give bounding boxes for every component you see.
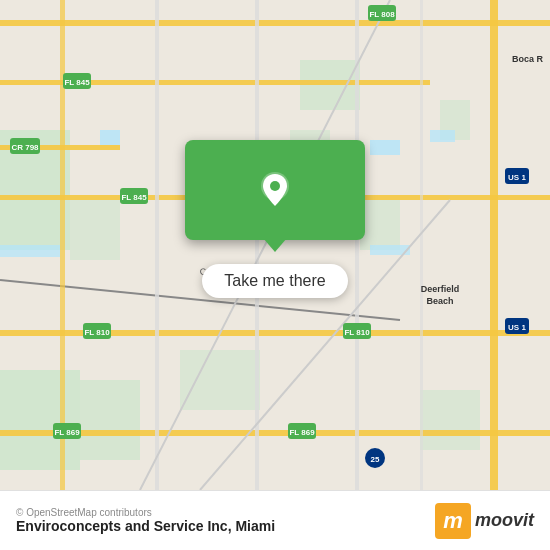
- svg-text:FL 869: FL 869: [54, 428, 80, 437]
- svg-rect-16: [0, 20, 550, 26]
- button-overlay: Take me there: [185, 140, 365, 298]
- copyright-text: © OpenStreetMap contributors: [16, 507, 275, 518]
- svg-rect-3: [80, 380, 140, 460]
- svg-rect-22: [0, 430, 550, 436]
- svg-rect-23: [60, 0, 65, 490]
- moovit-text: moovit: [475, 510, 534, 531]
- svg-point-59: [270, 181, 280, 191]
- svg-rect-5: [180, 350, 260, 410]
- svg-text:FL 810: FL 810: [84, 328, 110, 337]
- svg-rect-2: [0, 370, 80, 470]
- svg-rect-8: [420, 390, 480, 450]
- svg-rect-12: [370, 140, 400, 155]
- moovit-m-icon: m: [435, 503, 471, 539]
- map-container: FL 808 FL 845 CR 798 FL 845 US 1 FL 810 …: [0, 0, 550, 490]
- svg-rect-11: [100, 130, 120, 145]
- svg-text:FL 845: FL 845: [121, 193, 147, 202]
- svg-text:FL 869: FL 869: [289, 428, 315, 437]
- footer-bar: © OpenStreetMap contributors Enviroconce…: [0, 490, 550, 550]
- svg-rect-6: [360, 200, 400, 250]
- svg-text:FL 845: FL 845: [64, 78, 90, 87]
- svg-rect-24: [155, 0, 159, 490]
- svg-text:Deerfield: Deerfield: [421, 284, 460, 294]
- svg-text:CR 798: CR 798: [11, 143, 39, 152]
- svg-text:US 1: US 1: [508, 323, 526, 332]
- place-name-text: Enviroconcepts and Service Inc, Miami: [16, 518, 275, 534]
- location-pin-icon: [253, 168, 297, 212]
- svg-text:FL 808: FL 808: [369, 10, 395, 19]
- svg-rect-28: [420, 0, 423, 490]
- take-me-there-button[interactable]: Take me there: [202, 264, 347, 298]
- svg-rect-15: [430, 130, 455, 142]
- green-card: [185, 140, 365, 240]
- svg-text:FL 810: FL 810: [344, 328, 370, 337]
- svg-text:Boca R: Boca R: [512, 54, 544, 64]
- footer-left: © OpenStreetMap contributors Enviroconce…: [16, 507, 275, 534]
- svg-text:25: 25: [371, 455, 380, 464]
- moovit-logo[interactable]: m moovit: [435, 503, 534, 539]
- svg-rect-21: [0, 330, 550, 336]
- svg-text:Beach: Beach: [426, 296, 453, 306]
- svg-rect-27: [490, 0, 498, 490]
- svg-text:US 1: US 1: [508, 173, 526, 182]
- svg-rect-13: [0, 245, 60, 257]
- svg-rect-7: [70, 200, 120, 260]
